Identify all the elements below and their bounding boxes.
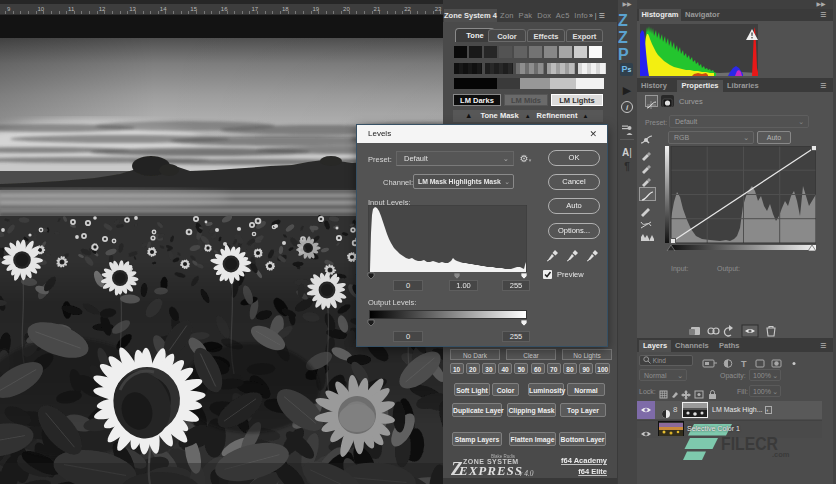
svg-text:f64 Academy: f64 Academy bbox=[561, 456, 608, 465]
svg-text:.com: .com bbox=[772, 450, 790, 459]
svg-text:Blake Rudis: Blake Rudis bbox=[491, 454, 516, 459]
svg-text:v 4.0: v 4.0 bbox=[519, 469, 534, 478]
svg-text:FILECR: FILECR bbox=[721, 434, 778, 454]
svg-text:EXPRESS: EXPRESS bbox=[458, 463, 523, 478]
svg-text:T: T bbox=[741, 359, 747, 369]
svg-text:f64 Elite: f64 Elite bbox=[578, 467, 607, 476]
